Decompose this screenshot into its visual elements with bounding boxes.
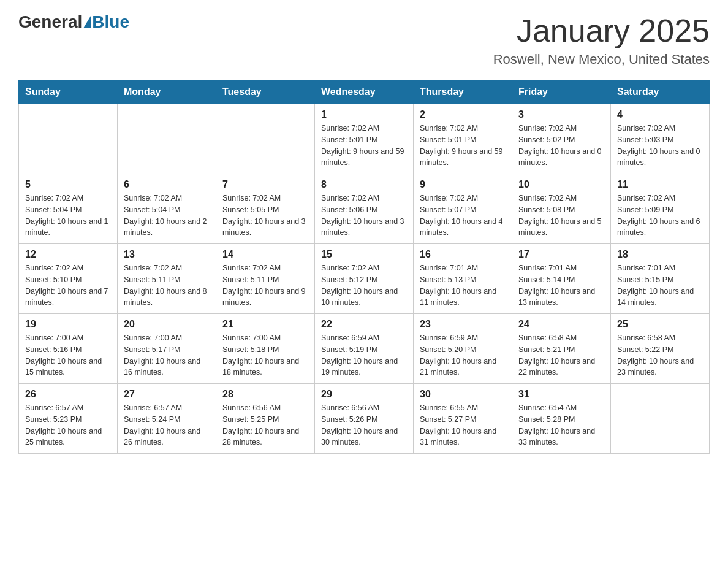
day-number: 11 (617, 179, 703, 190)
calendar-day-cell: 1Sunrise: 7:02 AM Sunset: 5:01 PM Daylig… (315, 104, 414, 174)
day-number: 7 (222, 179, 308, 190)
day-number: 26 (25, 389, 111, 400)
day-info: Sunrise: 6:56 AM Sunset: 5:26 PM Dayligh… (321, 402, 407, 448)
calendar-week-row: 12Sunrise: 7:02 AM Sunset: 5:10 PM Dayli… (19, 244, 710, 314)
day-number: 1 (321, 109, 407, 120)
day-info: Sunrise: 6:59 AM Sunset: 5:19 PM Dayligh… (321, 332, 407, 378)
day-info: Sunrise: 7:02 AM Sunset: 5:11 PM Dayligh… (124, 262, 210, 308)
calendar-day-cell: 17Sunrise: 7:01 AM Sunset: 5:14 PM Dayli… (512, 244, 611, 314)
day-number: 12 (25, 249, 111, 260)
day-info: Sunrise: 7:00 AM Sunset: 5:16 PM Dayligh… (25, 332, 111, 378)
day-info: Sunrise: 6:55 AM Sunset: 5:27 PM Dayligh… (420, 402, 506, 448)
day-of-week-header: Tuesday (216, 80, 315, 104)
calendar-day-cell: 5Sunrise: 7:02 AM Sunset: 5:04 PM Daylig… (19, 174, 118, 244)
calendar-day-cell: 18Sunrise: 7:01 AM Sunset: 5:15 PM Dayli… (611, 244, 710, 314)
calendar-day-cell: 10Sunrise: 7:02 AM Sunset: 5:08 PM Dayli… (512, 174, 611, 244)
calendar-day-cell: 25Sunrise: 6:58 AM Sunset: 5:22 PM Dayli… (611, 314, 710, 384)
day-info: Sunrise: 7:01 AM Sunset: 5:15 PM Dayligh… (617, 262, 703, 308)
calendar-day-cell: 28Sunrise: 6:56 AM Sunset: 5:25 PM Dayli… (216, 384, 315, 454)
day-info: Sunrise: 6:57 AM Sunset: 5:24 PM Dayligh… (124, 402, 210, 448)
days-header-row: SundayMondayTuesdayWednesdayThursdayFrid… (19, 80, 710, 104)
day-info: Sunrise: 6:57 AM Sunset: 5:23 PM Dayligh… (25, 402, 111, 448)
day-number: 15 (321, 249, 407, 260)
calendar-week-row: 19Sunrise: 7:00 AM Sunset: 5:16 PM Dayli… (19, 314, 710, 384)
day-info: Sunrise: 7:00 AM Sunset: 5:18 PM Dayligh… (222, 332, 308, 378)
calendar-day-cell (611, 384, 710, 454)
calendar-day-cell: 2Sunrise: 7:02 AM Sunset: 5:01 PM Daylig… (414, 104, 512, 174)
day-info: Sunrise: 7:01 AM Sunset: 5:14 PM Dayligh… (518, 262, 604, 308)
day-number: 28 (222, 389, 308, 400)
day-info: Sunrise: 6:58 AM Sunset: 5:21 PM Dayligh… (518, 332, 604, 378)
calendar-week-row: 5Sunrise: 7:02 AM Sunset: 5:04 PM Daylig… (19, 174, 710, 244)
day-info: Sunrise: 7:02 AM Sunset: 5:12 PM Dayligh… (321, 262, 407, 308)
day-info: Sunrise: 7:01 AM Sunset: 5:13 PM Dayligh… (420, 262, 506, 308)
calendar-table: SundayMondayTuesdayWednesdayThursdayFrid… (18, 80, 710, 454)
calendar-day-cell: 30Sunrise: 6:55 AM Sunset: 5:27 PM Dayli… (414, 384, 512, 454)
day-info: Sunrise: 7:02 AM Sunset: 5:09 PM Dayligh… (617, 193, 703, 239)
day-number: 13 (124, 249, 210, 260)
day-info: Sunrise: 7:02 AM Sunset: 5:05 PM Dayligh… (222, 193, 308, 239)
day-info: Sunrise: 7:00 AM Sunset: 5:17 PM Dayligh… (124, 332, 210, 378)
day-number: 29 (321, 389, 407, 400)
logo-blue-text: Blue (92, 12, 129, 32)
day-number: 3 (518, 109, 604, 120)
logo: General Blue (18, 12, 129, 32)
day-info: Sunrise: 7:02 AM Sunset: 5:04 PM Dayligh… (25, 193, 111, 239)
day-info: Sunrise: 7:02 AM Sunset: 5:08 PM Dayligh… (518, 193, 604, 239)
calendar-day-cell: 4Sunrise: 7:02 AM Sunset: 5:03 PM Daylig… (611, 104, 710, 174)
day-of-week-header: Thursday (414, 80, 512, 104)
title-area: January 2025 Roswell, New Mexico, United… (493, 12, 710, 67)
calendar-day-cell (216, 104, 315, 174)
day-number: 25 (617, 319, 703, 330)
day-of-week-header: Monday (118, 80, 216, 104)
day-info: Sunrise: 7:02 AM Sunset: 5:10 PM Dayligh… (25, 262, 111, 308)
calendar-day-cell: 8Sunrise: 7:02 AM Sunset: 5:06 PM Daylig… (315, 174, 414, 244)
day-info: Sunrise: 6:58 AM Sunset: 5:22 PM Dayligh… (617, 332, 703, 378)
day-of-week-header: Sunday (19, 80, 118, 104)
calendar-day-cell: 20Sunrise: 7:00 AM Sunset: 5:17 PM Dayli… (118, 314, 216, 384)
calendar-day-cell: 29Sunrise: 6:56 AM Sunset: 5:26 PM Dayli… (315, 384, 414, 454)
calendar-day-cell: 21Sunrise: 7:00 AM Sunset: 5:18 PM Dayli… (216, 314, 315, 384)
logo-text: General Blue (18, 12, 129, 32)
day-info: Sunrise: 6:54 AM Sunset: 5:28 PM Dayligh… (518, 402, 604, 448)
page-header: General Blue January 2025 Roswell, New M… (18, 12, 710, 67)
day-info: Sunrise: 7:02 AM Sunset: 5:03 PM Dayligh… (617, 123, 703, 169)
day-number: 17 (518, 249, 604, 260)
calendar-day-cell: 24Sunrise: 6:58 AM Sunset: 5:21 PM Dayli… (512, 314, 611, 384)
calendar-day-cell: 22Sunrise: 6:59 AM Sunset: 5:19 PM Dayli… (315, 314, 414, 384)
logo-blue-part: Blue (82, 12, 129, 32)
day-number: 5 (25, 179, 111, 190)
day-number: 24 (518, 319, 604, 330)
calendar-day-cell: 26Sunrise: 6:57 AM Sunset: 5:23 PM Dayli… (19, 384, 118, 454)
calendar-day-cell: 19Sunrise: 7:00 AM Sunset: 5:16 PM Dayli… (19, 314, 118, 384)
calendar-day-cell: 14Sunrise: 7:02 AM Sunset: 5:11 PM Dayli… (216, 244, 315, 314)
calendar-day-cell (19, 104, 118, 174)
calendar-day-cell: 16Sunrise: 7:01 AM Sunset: 5:13 PM Dayli… (414, 244, 512, 314)
day-number: 30 (420, 389, 506, 400)
calendar-day-cell: 23Sunrise: 6:59 AM Sunset: 5:20 PM Dayli… (414, 314, 512, 384)
day-number: 19 (25, 319, 111, 330)
day-number: 31 (518, 389, 604, 400)
day-info: Sunrise: 7:02 AM Sunset: 5:04 PM Dayligh… (124, 193, 210, 239)
day-info: Sunrise: 7:02 AM Sunset: 5:01 PM Dayligh… (420, 123, 506, 169)
calendar-day-cell: 12Sunrise: 7:02 AM Sunset: 5:10 PM Dayli… (19, 244, 118, 314)
day-number: 2 (420, 109, 506, 120)
day-number: 9 (420, 179, 506, 190)
day-number: 23 (420, 319, 506, 330)
calendar-day-cell: 11Sunrise: 7:02 AM Sunset: 5:09 PM Dayli… (611, 174, 710, 244)
calendar-day-cell: 15Sunrise: 7:02 AM Sunset: 5:12 PM Dayli… (315, 244, 414, 314)
calendar-day-cell: 9Sunrise: 7:02 AM Sunset: 5:07 PM Daylig… (414, 174, 512, 244)
calendar-day-cell (118, 104, 216, 174)
day-number: 21 (222, 319, 308, 330)
day-info: Sunrise: 6:56 AM Sunset: 5:25 PM Dayligh… (222, 402, 308, 448)
calendar-week-row: 1Sunrise: 7:02 AM Sunset: 5:01 PM Daylig… (19, 104, 710, 174)
day-info: Sunrise: 7:02 AM Sunset: 5:07 PM Dayligh… (420, 193, 506, 239)
day-info: Sunrise: 6:59 AM Sunset: 5:20 PM Dayligh… (420, 332, 506, 378)
month-title: January 2025 (493, 12, 710, 49)
day-of-week-header: Wednesday (315, 80, 414, 104)
day-number: 27 (124, 389, 210, 400)
day-number: 16 (420, 249, 506, 260)
day-number: 18 (617, 249, 703, 260)
calendar-day-cell: 31Sunrise: 6:54 AM Sunset: 5:28 PM Dayli… (512, 384, 611, 454)
day-number: 8 (321, 179, 407, 190)
